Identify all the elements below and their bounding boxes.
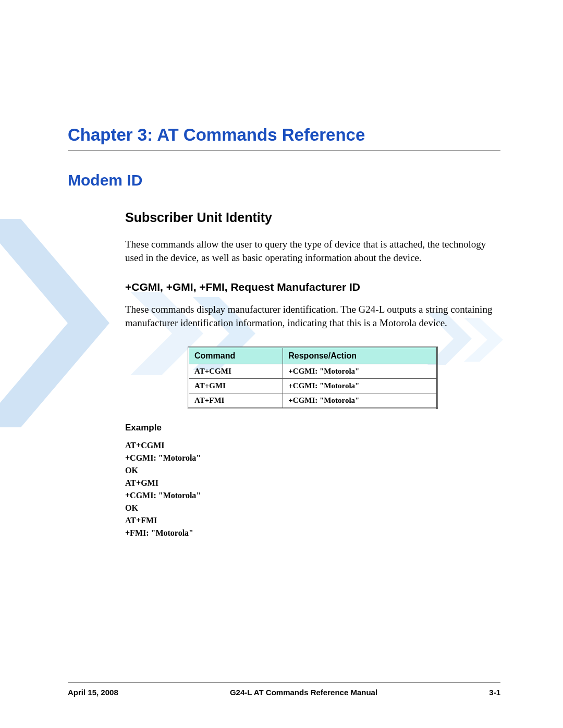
footer-title: G24-L AT Commands Reference Manual <box>230 688 377 697</box>
table-cell: +CGMI: "Motorola" <box>283 378 437 393</box>
subsection-title: Subscriber Unit Identity <box>125 210 500 225</box>
command-table: Command Response/Action AT+CGMI +CGMI: "… <box>188 347 438 409</box>
page-footer: April 15, 2008 G24-L AT Commands Referen… <box>68 682 500 697</box>
example-block: AT+CGMI +CGMI: "Motorola" OK AT+GMI +CGM… <box>125 439 500 539</box>
table-cell: +CGMI: "Motorola" <box>283 364 437 378</box>
footer-date: April 15, 2008 <box>68 688 118 697</box>
subsection-body: These commands allow the user to query t… <box>125 238 500 264</box>
section-title: Modem ID <box>68 171 500 189</box>
chapter-title: Chapter 3: AT Commands Reference <box>68 125 500 145</box>
table-header-response: Response/Action <box>283 347 437 364</box>
table-header-row: Command Response/Action <box>189 347 437 364</box>
table-cell: AT+CGMI <box>189 364 283 378</box>
table-cell: +CGMI: "Motorola" <box>283 393 437 408</box>
subsubsection-title: +CGMI, +GMI, +FMI, Request Manufacturer … <box>125 281 500 293</box>
table-row: AT+FMI +CGMI: "Motorola" <box>189 393 437 408</box>
example-title: Example <box>125 423 500 433</box>
subsubsection-body: These commands display manufacturer iden… <box>125 303 500 329</box>
table-cell: AT+GMI <box>189 378 283 393</box>
footer-pagenum: 3-1 <box>489 688 500 697</box>
table-header-command: Command <box>189 347 283 364</box>
title-divider <box>68 150 500 151</box>
table-row: AT+CGMI +CGMI: "Motorola" <box>189 364 437 378</box>
table-row: AT+GMI +CGMI: "Motorola" <box>189 378 437 393</box>
table-cell: AT+FMI <box>189 393 283 408</box>
